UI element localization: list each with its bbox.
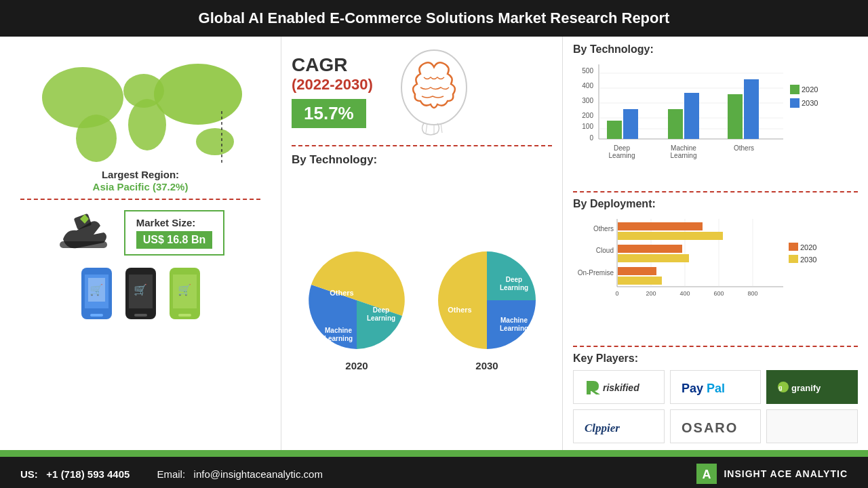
- market-size-value: US$ 16.8 Bn: [136, 231, 212, 249]
- svg-text:On-Premise: On-Premise: [578, 269, 614, 277]
- cagr-section: CAGR (2022-2030) 15.7%: [292, 43, 552, 146]
- svg-point-5: [196, 128, 234, 155]
- brand-logo-icon: A: [696, 464, 717, 484]
- svg-text:Others: Others: [330, 289, 353, 297]
- svg-text:Machine: Machine: [500, 317, 527, 324]
- tech-bar-chart: 500 400 300 200 100 0: [573, 61, 837, 166]
- svg-rect-60: [790, 85, 800, 94]
- pie-2030: Deep Learning Machine Learning Others 20…: [431, 245, 543, 371]
- brain-icon: [387, 43, 481, 138]
- svg-text:500: 500: [582, 67, 593, 75]
- svg-text:Machine: Machine: [671, 144, 696, 152]
- footer: US: +1 (718) 593 4405 Email: info@insigh…: [0, 457, 868, 488]
- svg-text:Clppier: Clppier: [585, 422, 620, 434]
- by-tech-center-label: By Technology:: [292, 153, 552, 167]
- svg-text:Others: Others: [448, 306, 471, 314]
- player-clppier: Clppier: [573, 409, 665, 443]
- svg-point-0: [42, 67, 123, 128]
- world-map: [25, 43, 256, 165]
- svg-text:granify: granify: [791, 383, 821, 393]
- pie-chart-2030: Deep Learning Machine Learning Others: [431, 245, 543, 357]
- by-deploy-title: By Deployment:: [573, 198, 858, 210]
- pie-2020: Others Deep Learning Machine Learning 20…: [301, 245, 413, 371]
- player-riskified: riskified: [573, 370, 665, 404]
- svg-rect-49: [607, 121, 622, 139]
- svg-text:Learning: Learning: [609, 152, 635, 159]
- right-panel: By Technology: 500 400 300 200 100 0: [563, 37, 868, 450]
- player-osaro: OSARO: [670, 409, 762, 443]
- svg-point-1: [76, 115, 117, 162]
- svg-rect-53: [728, 94, 743, 139]
- svg-rect-52: [684, 93, 699, 139]
- by-deployment-section: By Deployment: Others Cloud On-Premise 0…: [573, 198, 858, 337]
- svg-rect-83: [618, 277, 662, 285]
- phone-icon-green: 🛒: [166, 266, 203, 321]
- svg-text:A: A: [703, 468, 711, 481]
- svg-rect-86: [789, 255, 798, 263]
- svg-rect-84: [789, 243, 798, 251]
- svg-line-25: [441, 123, 442, 133]
- svg-text:400: 400: [679, 290, 690, 297]
- brand: A INSIGHT ACE ANALYTIC: [696, 464, 848, 484]
- svg-text:🛒: 🛒: [90, 283, 103, 296]
- pie-2020-label: 2020: [345, 360, 368, 371]
- svg-text:100: 100: [582, 123, 593, 130]
- deploy-bar-chart: Others Cloud On-Premise 0 200 400 600 80…: [573, 216, 837, 304]
- svg-text:Others: Others: [734, 144, 754, 152]
- email-value: info@insightaceanalytic.com: [194, 468, 323, 480]
- svg-rect-13: [90, 314, 103, 317]
- svg-rect-62: [790, 98, 800, 108]
- player-granify: g granify: [766, 370, 858, 404]
- svg-rect-79: [618, 232, 723, 240]
- svg-text:🛒: 🛒: [178, 283, 191, 296]
- svg-rect-82: [618, 267, 656, 275]
- svg-text:600: 600: [713, 290, 724, 297]
- svg-text:g: g: [778, 384, 783, 391]
- footer-phone: US: +1 (718) 593 4405: [20, 468, 130, 480]
- market-size-box: Market Size: US$ 16.8 Bn: [124, 210, 224, 256]
- svg-line-23: [426, 123, 427, 133]
- svg-point-4: [154, 64, 242, 125]
- svg-text:800: 800: [747, 290, 757, 297]
- footer-bar: [0, 450, 868, 457]
- svg-text:Deep: Deep: [505, 276, 521, 283]
- svg-text:Learning: Learning: [366, 314, 395, 322]
- by-tech-title: By Technology:: [573, 43, 858, 56]
- svg-text:Deep: Deep: [372, 306, 389, 314]
- svg-text:Others: Others: [593, 225, 614, 232]
- svg-text:200: 200: [646, 290, 656, 297]
- player-empty: [766, 409, 858, 443]
- email-label: Email:: [157, 468, 185, 480]
- svg-text:Learning: Learning: [499, 284, 528, 291]
- svg-rect-17: [134, 314, 147, 317]
- svg-text:0: 0: [589, 134, 593, 142]
- svg-text:Pal: Pal: [707, 382, 725, 395]
- key-players-grid: riskified Pay Pal g granify: [573, 370, 858, 443]
- center-panel: CAGR (2022-2030) 15.7% By Te: [281, 37, 563, 450]
- svg-text:2020: 2020: [802, 85, 818, 94]
- svg-text:2030: 2030: [800, 256, 816, 264]
- divider-1: [20, 199, 261, 200]
- money-icon: [56, 209, 111, 256]
- divider-right-2: [573, 346, 858, 347]
- footer-email: Email: info@insightaceanalytic.com: [157, 468, 323, 480]
- pie-2030-label: 2030: [475, 360, 498, 371]
- svg-rect-80: [618, 245, 682, 253]
- svg-text:Deep: Deep: [614, 144, 630, 152]
- divider-right-1: [573, 191, 858, 192]
- svg-text:Pay: Pay: [682, 382, 703, 395]
- svg-text:Cloud: Cloud: [596, 247, 614, 254]
- svg-rect-21: [178, 314, 191, 317]
- region-value: Asia Pacific (37.2%): [93, 181, 189, 192]
- svg-text:400: 400: [582, 82, 593, 89]
- phone-icons: 🛒 🛒 🛒: [78, 266, 203, 321]
- svg-text:riskified: riskified: [603, 382, 639, 393]
- svg-text:300: 300: [582, 97, 593, 104]
- svg-text:Learning: Learning: [671, 152, 697, 159]
- svg-rect-50: [623, 109, 638, 139]
- svg-rect-81: [618, 254, 689, 262]
- page-title: Global AI Enabled E-Commerce Solutions M…: [199, 9, 670, 26]
- phone-label: US:: [20, 468, 38, 480]
- svg-text:Learning: Learning: [499, 325, 528, 332]
- svg-text:Learning: Learning: [323, 335, 352, 342]
